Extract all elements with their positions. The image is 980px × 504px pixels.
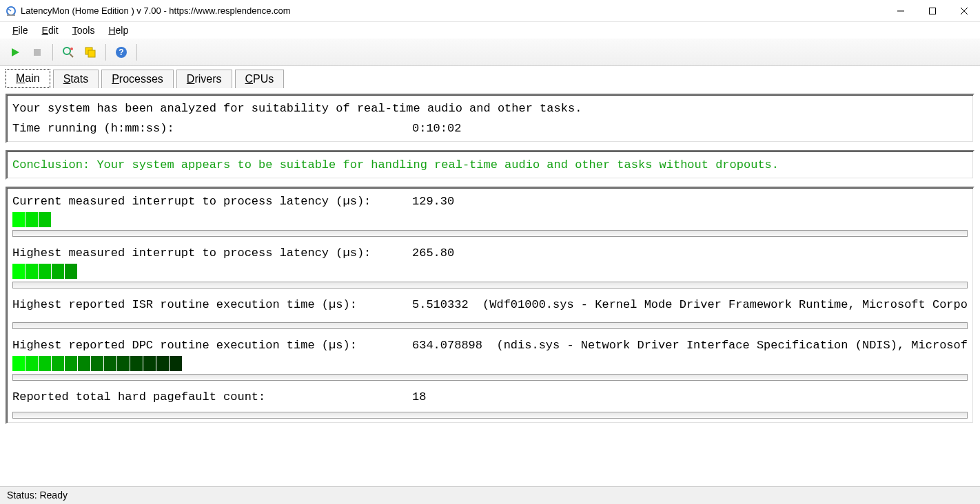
isr-label: Highest reported ISR routine execution t…	[12, 298, 412, 311]
svg-marker-6	[12, 48, 19, 56]
highest-latency-label: Highest measured interrupt to process la…	[12, 246, 412, 260]
status-text: Status: Ready	[7, 490, 68, 501]
highest-latency-value: 265.80	[412, 246, 454, 260]
tool-button-2[interactable]	[81, 43, 100, 62]
conclusion-text: Conclusion: Your system appears to be su…	[12, 158, 968, 171]
status-bar: Status: Ready	[0, 486, 980, 504]
bar-track	[12, 322, 968, 329]
isr-detail: (Wdf01000.sys - Kernel Mode Driver Frame…	[482, 298, 968, 311]
svg-rect-12	[88, 50, 95, 57]
close-button[interactable]	[948, 0, 980, 21]
tab-bar: Main Stats Processes Drivers CPUs	[0, 66, 980, 88]
play-icon	[10, 47, 21, 58]
menu-help[interactable]: Help	[103, 23, 134, 37]
tab-processes[interactable]: Processes	[101, 70, 174, 88]
bar-track	[12, 282, 968, 288]
windows-icon	[84, 46, 96, 59]
dpc-detail: (ndis.sys - Network Driver Interface Spe…	[496, 339, 968, 352]
menu-tools[interactable]: Tools	[67, 23, 101, 37]
svg-point-10	[70, 48, 73, 50]
tab-main[interactable]: Main	[6, 69, 50, 88]
minimize-button[interactable]	[885, 0, 917, 21]
pagefault-label: Reported total hard pagefault count:	[12, 390, 412, 403]
window-title: LatencyMon (Home Edition ) v 7.00 - http…	[21, 6, 291, 16]
svg-point-8	[63, 48, 70, 54]
tab-drivers[interactable]: Drivers	[176, 70, 232, 88]
bar-track	[12, 412, 968, 419]
tool-button-1[interactable]	[59, 43, 78, 62]
metrics-panel: Current measured interrupt to process la…	[6, 187, 974, 424]
magnify-icon	[62, 46, 74, 59]
time-running-value: 0:10:02	[412, 122, 461, 135]
summary-panel: Your system has been analyzed for suitab…	[6, 94, 974, 143]
dpc-bar	[12, 356, 968, 371]
title-bar: LatencyMon (Home Edition ) v 7.00 - http…	[0, 0, 980, 22]
bar-track	[12, 230, 968, 237]
stop-icon	[32, 48, 42, 57]
play-button[interactable]	[6, 43, 25, 62]
time-running-label: Time running (h:mm:ss):	[12, 122, 412, 135]
stop-button[interactable]	[28, 43, 47, 62]
maximize-button[interactable]	[917, 0, 948, 21]
highest-latency-bar	[12, 264, 968, 279]
svg-rect-1	[7, 14, 15, 16]
svg-line-9	[70, 54, 73, 57]
window-controls	[885, 0, 980, 21]
app-icon	[6, 6, 17, 17]
svg-text:?: ?	[119, 48, 123, 57]
toolbar-separator	[105, 44, 106, 61]
menu-file[interactable]: File	[7, 23, 34, 37]
help-icon: ?	[115, 46, 127, 59]
current-latency-label: Current measured interrupt to process la…	[12, 195, 412, 208]
summary-line: Your system has been analyzed for suitab…	[12, 102, 968, 115]
menu-edit[interactable]: Edit	[37, 23, 64, 37]
menu-bar: File Edit Tools Help	[0, 22, 980, 39]
main-content: Your system has been analyzed for suitab…	[0, 88, 980, 486]
toolbar: ?	[0, 39, 980, 66]
toolbar-separator	[136, 44, 137, 61]
dpc-value: 634.078898 (ndis.sys - Network Driver In…	[412, 339, 968, 352]
toolbar-separator	[52, 44, 53, 61]
isr-value: 5.510332 (Wdf01000.sys - Kernel Mode Dri…	[412, 298, 968, 311]
isr-bar	[12, 315, 968, 319]
current-latency-value: 129.30	[412, 195, 454, 208]
tab-stats[interactable]: Stats	[53, 70, 99, 88]
help-button[interactable]: ?	[112, 43, 131, 62]
tab-cpus[interactable]: CPUs	[235, 70, 285, 88]
svg-rect-3	[930, 8, 936, 14]
current-latency-bar	[12, 212, 968, 227]
bar-track	[12, 374, 968, 381]
conclusion-panel: Conclusion: Your system appears to be su…	[6, 150, 974, 180]
svg-rect-7	[34, 49, 41, 56]
pagefault-value: 18	[412, 390, 426, 403]
dpc-label: Highest reported DPC routine execution t…	[12, 339, 412, 352]
